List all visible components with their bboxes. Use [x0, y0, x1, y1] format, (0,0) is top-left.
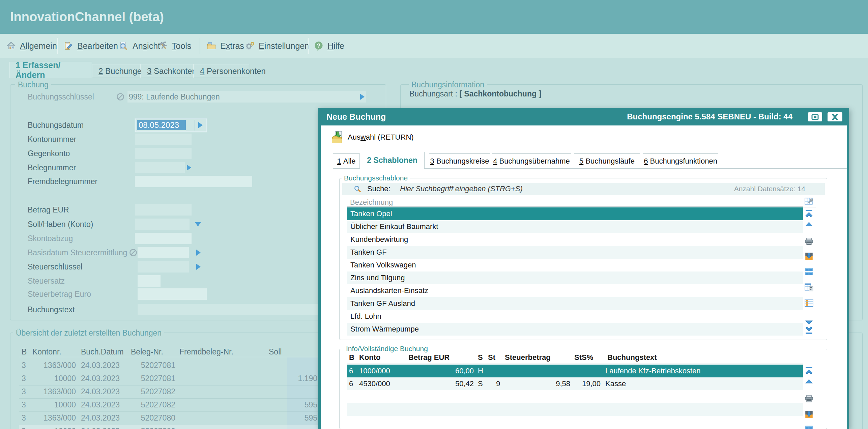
- dialog-tab-buchungsfunktionen[interactable]: 6 Buchungsfunktionen: [643, 153, 718, 169]
- cell: S: [478, 377, 488, 390]
- tab-erfassen-ändern[interactable]: 1 Erfassen/Ändern: [9, 62, 92, 78]
- cell: [179, 425, 230, 429]
- tab-buchungen[interactable]: 2 Buchungen: [92, 64, 141, 78]
- dialog-tab-buchungsläufe[interactable]: 5 Buchungsläufe: [574, 153, 640, 169]
- auswahl-button[interactable]: Auswahl (RETURN): [331, 130, 414, 145]
- tiles-icon[interactable]: [804, 267, 814, 277]
- field-label-10: Steuerschlüssel: [28, 262, 82, 271]
- empty-row: [347, 390, 803, 403]
- info-col-2[interactable]: Betrag EUR: [408, 353, 450, 362]
- uebersicht-col-0[interactable]: B: [22, 347, 27, 356]
- field-input-9[interactable]: [138, 247, 189, 258]
- field-arrow-right[interactable]: [360, 94, 365, 100]
- field-input-3[interactable]: [135, 148, 192, 159]
- menu-item-allgemein[interactable]: Allgemein: [6, 34, 57, 58]
- dialog-body: Auswahl (RETURN) 1 Alle2 Schablonen3 Buc…: [321, 125, 847, 429]
- menu-item-hilfe[interactable]: ?Hilfe: [314, 34, 344, 58]
- list-item[interactable]: Lfd. Lohn: [347, 310, 803, 323]
- field-input-2[interactable]: [135, 134, 192, 145]
- menu-item-bearbeiten[interactable]: Bearbeiten: [63, 34, 118, 58]
- uebersicht-col-3[interactable]: Beleg-Nr.: [131, 347, 163, 356]
- scroll-top-icon[interactable]: [804, 366, 814, 376]
- minimize-button[interactable]: [808, 112, 822, 121]
- field-input-5[interactable]: [135, 176, 252, 187]
- cell: [179, 359, 230, 372]
- list-item[interactable]: Üblicher Einkauf Baumarkt: [347, 220, 803, 233]
- table-row[interactable]: 64530/00050,42S99,5819,00Kasse: [347, 377, 803, 390]
- tab-sachkonten[interactable]: 3 Sachkonten: [141, 64, 194, 78]
- cell: 1363/000: [40, 411, 76, 425]
- scroll-top-icon[interactable]: [804, 209, 814, 219]
- print-icon[interactable]: [804, 394, 814, 404]
- info-col-3[interactable]: S: [478, 353, 483, 362]
- export-icon[interactable]: [804, 410, 814, 420]
- select-icon: [331, 130, 345, 144]
- date-input[interactable]: 08.05.2023: [135, 118, 207, 132]
- date-picker-arrow[interactable]: [198, 122, 203, 128]
- menu-item-label: Ansicht: [133, 41, 160, 51]
- menu-item-tools[interactable]: Tools: [158, 34, 191, 58]
- uebersicht-col-2[interactable]: Buch.Datum: [81, 347, 124, 356]
- list-item[interactable]: Auslandskarten-Einsatz: [347, 284, 803, 297]
- dialog-tab-schablonen[interactable]: 2 Schablonen: [360, 152, 425, 169]
- field-input-11[interactable]: [138, 275, 161, 287]
- list-item[interactable]: Zins und Tilgung: [347, 271, 803, 284]
- field-input-4[interactable]: [135, 162, 185, 173]
- list-item[interactable]: Tanken GF: [347, 246, 803, 259]
- dialog-tab-buchungskreise[interactable]: 3 Buchungskreise: [429, 153, 490, 169]
- menu-item-extras[interactable]: Extras: [206, 34, 244, 58]
- info-col-5[interactable]: Steuerbetrag: [505, 353, 551, 362]
- export-icon[interactable]: [804, 252, 814, 262]
- uebersicht-col-5[interactable]: Soll: [269, 347, 282, 356]
- sum-icon[interactable]: Σ: [804, 283, 814, 293]
- menu-separator: [57, 38, 58, 54]
- field-arrow-right[interactable]: [196, 250, 201, 256]
- dialog-tab-buchungsübernahme[interactable]: 4 Buchungsübernahme: [492, 153, 571, 169]
- tiles-icon[interactable]: [804, 425, 814, 429]
- info-col-6[interactable]: StS%: [574, 353, 593, 362]
- dialog-tab-alle[interactable]: 1 Alle: [333, 153, 360, 169]
- column-header-bezeichnung[interactable]: Bezeichnung: [350, 198, 393, 207]
- columns-icon[interactable]: [804, 298, 814, 308]
- search-bar[interactable]: Suche: Hier Suchbegriff eingeben (STRG+S…: [342, 183, 825, 195]
- list-item[interactable]: Tanken Opel: [347, 207, 803, 220]
- info-col-0[interactable]: B: [349, 353, 354, 362]
- group-buchungsschablone-label: Buchungsschablone: [342, 174, 410, 182]
- list-item[interactable]: Tanken Volkswagen: [347, 259, 803, 271]
- info-col-1[interactable]: Konto: [359, 353, 381, 362]
- list-item[interactable]: Kundenbewirtung: [347, 233, 803, 246]
- menu-item-ansicht[interactable]: Ansicht: [119, 34, 160, 58]
- field-input-12[interactable]: [138, 288, 207, 300]
- info-header-line: [347, 364, 803, 364]
- field-input-6[interactable]: [135, 204, 192, 216]
- info-col-7[interactable]: Buchungstext: [607, 353, 657, 362]
- search-icon: [354, 185, 362, 193]
- field-input-7[interactable]: [135, 219, 190, 230]
- scroll-up-icon[interactable]: [804, 220, 814, 230]
- uebersicht-col-1[interactable]: Kontonr.: [32, 347, 61, 356]
- field-arrow-down[interactable]: [195, 222, 201, 227]
- menu-item-einstellungen[interactable]: Einstellungen: [245, 34, 309, 58]
- table-row[interactable]: 61000/00060,00HLaufende Kfz-Betriebskost…: [347, 365, 803, 377]
- grid-settings-icon[interactable]: [804, 197, 814, 207]
- list-item[interactable]: Strom Wärmepumpe: [347, 323, 803, 336]
- close-button[interactable]: [828, 112, 842, 121]
- info-col-4[interactable]: St: [488, 353, 495, 362]
- settings-icon: [245, 41, 255, 51]
- scroll-bottom-icon[interactable]: [804, 325, 814, 336]
- field-label-7: Soll/Haben (Konto): [28, 220, 93, 229]
- group-uebersicht-label: Übersicht der zuletzt erstellten Buchung…: [13, 328, 164, 338]
- field-arrow-right[interactable]: [196, 264, 201, 270]
- dialog-titlebar[interactable]: Neue Buchung Buchungsengine 5.584 SEBNEU…: [318, 108, 849, 125]
- scroll-up-icon[interactable]: [804, 377, 814, 387]
- cell: 9,58: [543, 377, 570, 390]
- cell: [577, 365, 601, 377]
- field-input-0[interactable]: 999: Laufende Buchungen: [127, 91, 366, 103]
- field-input-10[interactable]: [138, 261, 189, 273]
- field-arrow-right[interactable]: [187, 165, 191, 171]
- print-icon[interactable]: [804, 237, 814, 247]
- list-item[interactable]: Tanken GF Ausland: [347, 297, 803, 310]
- uebersicht-col-4[interactable]: Fremdbeleg-Nr.: [179, 347, 233, 356]
- field-input-8[interactable]: [135, 233, 192, 244]
- tab-personenkonten[interactable]: 4 Personenkonten: [194, 64, 249, 78]
